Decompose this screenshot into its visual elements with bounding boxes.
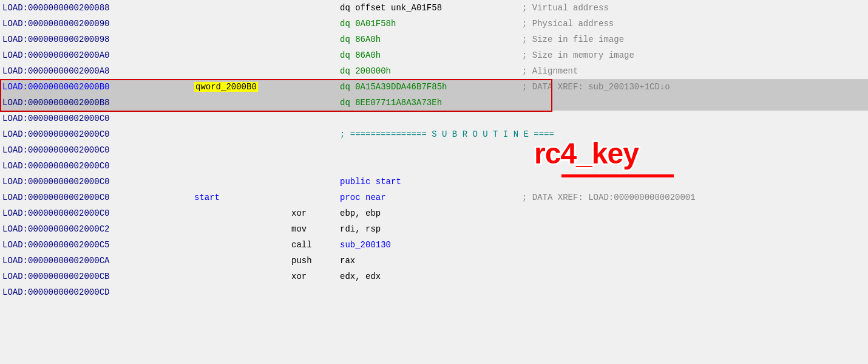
label-text: qword_2000B0 — [194, 82, 258, 92]
comment-cell: ; DATA XREF: LOAD:0000000000020001 — [522, 193, 696, 202]
operands-cell: dq 8EE07711A8A3A73Eh — [340, 98, 522, 108]
comment-cell: ; Physical address — [522, 19, 614, 29]
table-row: LOAD:00000000002000A8dq 200000h ; Alignm… — [0, 63, 868, 79]
address-cell: LOAD:00000000002000C0 — [0, 129, 194, 139]
address-cell: LOAD:00000000002000CA — [0, 256, 194, 266]
operands-cell: ebp, ebp — [340, 208, 522, 218]
rc4-key-underline — [561, 174, 674, 177]
address-cell: LOAD:00000000002000C0 — [0, 161, 194, 171]
address-cell: LOAD:00000000002000C0 — [0, 114, 194, 123]
address-cell: LOAD:0000000000200090 — [0, 19, 194, 29]
table-row: LOAD:0000000000200090dq 0A01F58h ; Physi… — [0, 16, 868, 32]
table-row: LOAD:00000000002000C2movrdi, rsp — [0, 221, 868, 237]
label-cell: qword_2000B0 — [194, 82, 291, 92]
label-text: start — [194, 193, 220, 202]
operands-cell: public start — [340, 177, 522, 187]
disassembly-view: rc4_key LOAD:0000000000200088dq offset u… — [0, 0, 868, 364]
table-row: LOAD:00000000002000B8dq 8EE07711A8A3A73E… — [0, 95, 868, 111]
address-cell: LOAD:00000000002000C0 — [0, 145, 194, 155]
address-cell: LOAD:00000000002000B8 — [0, 98, 194, 108]
operands-cell: dq 0A01F58h — [340, 19, 522, 29]
rc4-key-annotation: rc4_key — [534, 137, 639, 170]
operands-cell: ; =============== S U B R O U T I N E ==… — [340, 129, 554, 139]
address-cell: LOAD:00000000002000A0 — [0, 50, 194, 60]
mnemonic-cell: push — [291, 256, 340, 266]
table-row: LOAD:00000000002000CD — [0, 284, 868, 300]
table-row: LOAD:0000000000200098dq 86A0h ; Size in … — [0, 32, 868, 47]
table-row: LOAD:00000000002000C0startproc near ; DA… — [0, 190, 868, 205]
table-row: LOAD:00000000002000C0 — [0, 158, 868, 174]
mnemonic-cell: xor — [291, 272, 340, 281]
address-cell: LOAD:00000000002000C2 — [0, 224, 194, 234]
operands-cell: dq offset unk_A01F58 — [340, 3, 522, 13]
label-cell: start — [194, 193, 291, 202]
address-cell: LOAD:0000000000200088 — [0, 3, 194, 13]
table-row: LOAD:00000000002000C5callsub_200130 — [0, 237, 868, 253]
table-row: LOAD:00000000002000C0 — [0, 142, 868, 158]
address-cell: LOAD:00000000002000C5 — [0, 240, 194, 250]
operands-cell: edx, edx — [340, 272, 522, 281]
operands-cell: dq 0A15A39DDA46B7F85h — [340, 82, 522, 92]
address-cell: LOAD:0000000000200098 — [0, 35, 194, 44]
table-row: LOAD:00000000002000CApushrax — [0, 253, 868, 269]
operands-cell: proc near — [340, 193, 522, 202]
mnemonic-cell: mov — [291, 224, 340, 234]
mnemonic-cell: call — [291, 240, 340, 250]
operands-cell: dq 200000h — [340, 66, 522, 76]
address-cell: LOAD:00000000002000CD — [0, 287, 194, 297]
comment-cell: ; Virtual address — [522, 3, 609, 13]
comment-cell: ; Size in memory image — [522, 50, 634, 60]
comment-cell: ; Alignment — [522, 66, 578, 76]
mnemonic-cell: xor — [291, 208, 340, 218]
comment-cell: ; Size in file image — [522, 35, 624, 44]
operands-cell: rdi, rsp — [340, 224, 522, 234]
address-cell: LOAD:00000000002000C0 — [0, 208, 194, 218]
operands-cell: dq 86A0h — [340, 50, 522, 60]
table-row: LOAD:00000000002000C0xorebp, ebp — [0, 205, 868, 221]
lines-container: LOAD:0000000000200088dq offset unk_A01F5… — [0, 0, 868, 300]
table-row: LOAD:00000000002000C0public start — [0, 174, 868, 190]
operands-cell: sub_200130 — [340, 240, 522, 250]
address-cell: LOAD:00000000002000C0 — [0, 193, 194, 202]
table-row: LOAD:00000000002000CBxoredx, edx — [0, 269, 868, 284]
address-cell: LOAD:00000000002000B0 — [0, 82, 194, 92]
address-cell: LOAD:00000000002000CB — [0, 272, 194, 281]
address-cell: LOAD:00000000002000C0 — [0, 177, 194, 187]
address-cell: LOAD:00000000002000A8 — [0, 66, 194, 76]
table-row: LOAD:00000000002000C0 — [0, 111, 868, 126]
table-row: LOAD:00000000002000A0dq 86A0h ; Size in … — [0, 47, 868, 63]
table-row: LOAD:00000000002000C0; =============== S… — [0, 126, 868, 142]
table-row: LOAD:00000000002000B0qword_2000B0dq 0A15… — [0, 79, 868, 95]
comment-cell: ; DATA XREF: sub_200130+1CD↓o — [522, 82, 670, 92]
table-row: LOAD:0000000000200088dq offset unk_A01F5… — [0, 0, 868, 16]
operands-cell: rax — [340, 256, 522, 266]
operands-cell: dq 86A0h — [340, 35, 522, 44]
